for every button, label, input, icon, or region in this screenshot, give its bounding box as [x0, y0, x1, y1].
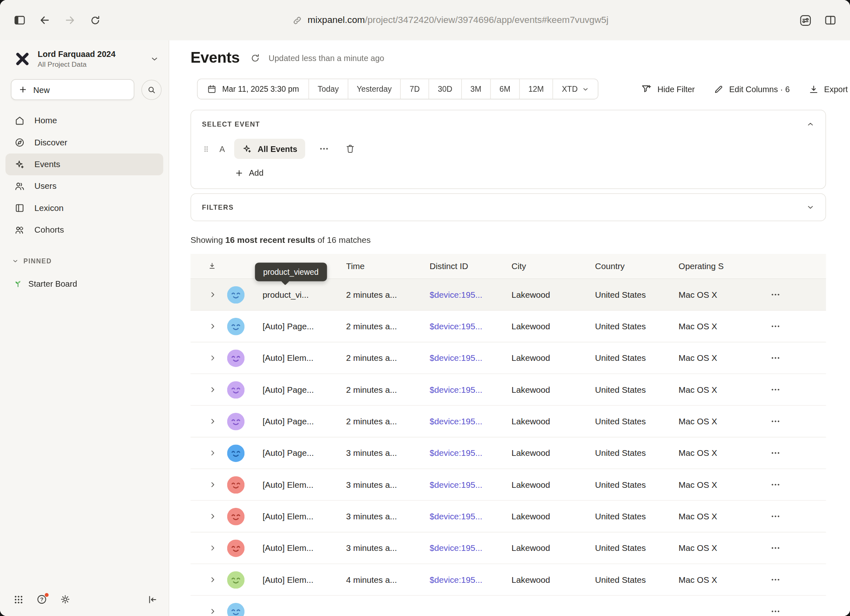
address-bar[interactable]: mixpanel.com/project/3472420/view/397469…: [106, 15, 794, 26]
row-actions-icon[interactable]: [770, 606, 780, 616]
column-header-city[interactable]: City: [511, 261, 595, 271]
chevron-up-icon[interactable]: [806, 120, 814, 128]
trash-icon[interactable]: [345, 144, 355, 154]
distinct-id-link[interactable]: $device:195...: [430, 417, 511, 426]
expand-row-icon[interactable]: [208, 607, 217, 616]
help-icon[interactable]: ?: [36, 593, 47, 605]
sidebar-item-cohorts[interactable]: Cohorts: [5, 219, 163, 241]
expand-row-icon[interactable]: [208, 575, 217, 584]
date-range-option[interactable]: 7D: [400, 79, 429, 99]
hide-filter-button[interactable]: Hide Filter: [641, 84, 695, 95]
gear-icon[interactable]: [59, 593, 71, 605]
row-actions-icon[interactable]: [770, 353, 780, 363]
collapse-all-icon[interactable]: [208, 262, 217, 271]
time-cell: 4 minutes a...: [346, 575, 430, 584]
expand-row-icon[interactable]: [208, 480, 217, 489]
date-range-option[interactable]: 12M: [519, 79, 553, 99]
table-row[interactable]: [190, 596, 826, 616]
row-actions-icon[interactable]: [770, 575, 780, 585]
edit-columns-button[interactable]: Edit Columns · 6: [713, 84, 789, 94]
table-row[interactable]: [Auto] Elem... 3 minutes a... $device:19…: [190, 501, 826, 532]
event-avatar: [227, 412, 245, 430]
event-name-cell: [Auto] Page...: [262, 385, 346, 394]
row-actions-icon[interactable]: [770, 448, 780, 458]
expand-row-icon[interactable]: [208, 290, 217, 299]
event-name-cell: product_vi...: [262, 290, 346, 299]
expand-row-icon[interactable]: [208, 544, 217, 552]
browser-sidebar-toggle-icon[interactable]: [9, 10, 30, 31]
browser-split-view-icon[interactable]: [819, 10, 841, 31]
distinct-id-link[interactable]: $device:195...: [430, 512, 511, 521]
row-actions-icon[interactable]: [770, 290, 780, 300]
collapse-sidebar-icon[interactable]: [147, 594, 158, 605]
browser-back-icon[interactable]: [34, 10, 56, 31]
row-actions-icon[interactable]: [770, 385, 780, 395]
date-range-option-xtd[interactable]: XTD: [553, 79, 598, 99]
column-header-time[interactable]: Time: [346, 261, 430, 271]
column-header-os[interactable]: Operating S: [678, 261, 770, 271]
refresh-icon[interactable]: [250, 53, 260, 63]
export-label: Export: [824, 84, 848, 94]
distinct-id-link[interactable]: $device:195...: [430, 353, 511, 363]
expand-row-icon[interactable]: [208, 354, 217, 362]
table-row[interactable]: [Auto] Page... 2 minutes a... $device:19…: [190, 406, 826, 437]
table-row[interactable]: [Auto] Elem... 4 minutes a... $device:19…: [190, 564, 826, 596]
sidebar-item-discover[interactable]: Discover: [5, 131, 163, 153]
event-more-options-icon[interactable]: [319, 144, 329, 154]
project-selector[interactable]: Lord Farquaad 2024 All Project Data: [0, 41, 169, 73]
new-button[interactable]: New: [11, 79, 134, 100]
row-actions-icon[interactable]: [770, 543, 780, 553]
chevron-down-icon[interactable]: [806, 203, 814, 211]
apps-grid-icon[interactable]: [13, 594, 24, 605]
date-picker-button[interactable]: Mar 11, 2025 3:30 pm: [198, 79, 308, 99]
cohorts-icon: [14, 224, 25, 236]
distinct-id-link[interactable]: $device:195...: [430, 290, 511, 299]
date-range-option[interactable]: 30D: [429, 79, 461, 99]
expand-row-icon[interactable]: [208, 449, 217, 457]
column-header-country[interactable]: Country: [595, 261, 678, 271]
browser-forward-icon[interactable]: [59, 10, 81, 31]
browser-reload-icon[interactable]: [84, 10, 106, 31]
pinned-section-toggle[interactable]: PINNED: [0, 257, 169, 265]
browser-page-settings-icon[interactable]: [794, 10, 816, 31]
table-row[interactable]: [Auto] Page... 2 minutes a... $device:19…: [190, 374, 826, 405]
date-range-option[interactable]: 6M: [490, 79, 519, 99]
distinct-id-link[interactable]: $device:195...: [430, 575, 511, 584]
expand-row-icon[interactable]: [208, 417, 217, 426]
row-actions-icon[interactable]: [770, 511, 780, 521]
table-row[interactable]: [Auto] Elem... 3 minutes a... $device:19…: [190, 469, 826, 500]
search-button[interactable]: [141, 79, 161, 100]
distinct-id-link[interactable]: $device:195...: [430, 385, 511, 394]
date-range-option[interactable]: Today: [308, 79, 348, 99]
city-cell: Lakewood: [511, 353, 595, 363]
distinct-id-link[interactable]: $device:195...: [430, 480, 511, 489]
column-header-distinct-id[interactable]: Distinct ID: [430, 261, 511, 271]
sidebar-item-events[interactable]: Events: [5, 154, 163, 175]
date-range-option[interactable]: Yesterday: [348, 79, 400, 99]
date-range-option[interactable]: 3M: [461, 79, 490, 99]
table-row[interactable]: [Auto] Elem... 3 minutes a... $device:19…: [190, 532, 826, 564]
table-row[interactable]: [Auto] Elem... 2 minutes a... $device:19…: [190, 342, 826, 374]
row-actions-icon[interactable]: [770, 416, 780, 426]
sidebar-item-home[interactable]: Home: [5, 110, 163, 131]
distinct-id-link[interactable]: $device:195...: [430, 448, 511, 458]
expand-row-icon[interactable]: [208, 512, 217, 521]
expand-row-icon[interactable]: [208, 385, 217, 394]
row-actions-icon[interactable]: [770, 480, 780, 490]
sidebar-item-lexicon[interactable]: Lexicon: [5, 197, 163, 219]
expand-row-icon[interactable]: [208, 322, 217, 331]
event-name-cell: [Auto] Page...: [262, 322, 346, 331]
sidebar-item-users[interactable]: Users: [5, 175, 163, 197]
new-button-label: New: [33, 85, 50, 94]
sidebar-item-starter-board[interactable]: Starter Board: [0, 275, 169, 292]
export-button[interactable]: Export: [808, 84, 848, 94]
table-row[interactable]: [Auto] Page... 2 minutes a... $device:19…: [190, 311, 826, 342]
distinct-id-link[interactable]: $device:195...: [430, 322, 511, 331]
row-actions-icon[interactable]: [770, 321, 780, 331]
event-avatar: [227, 507, 245, 525]
table-row[interactable]: [Auto] Page... 3 minutes a... $device:19…: [190, 437, 826, 469]
drag-handle-icon[interactable]: [202, 144, 210, 154]
distinct-id-link[interactable]: $device:195...: [430, 543, 511, 553]
event-selector-chip[interactable]: All Events: [234, 139, 305, 159]
add-event-button[interactable]: Add: [235, 168, 263, 178]
